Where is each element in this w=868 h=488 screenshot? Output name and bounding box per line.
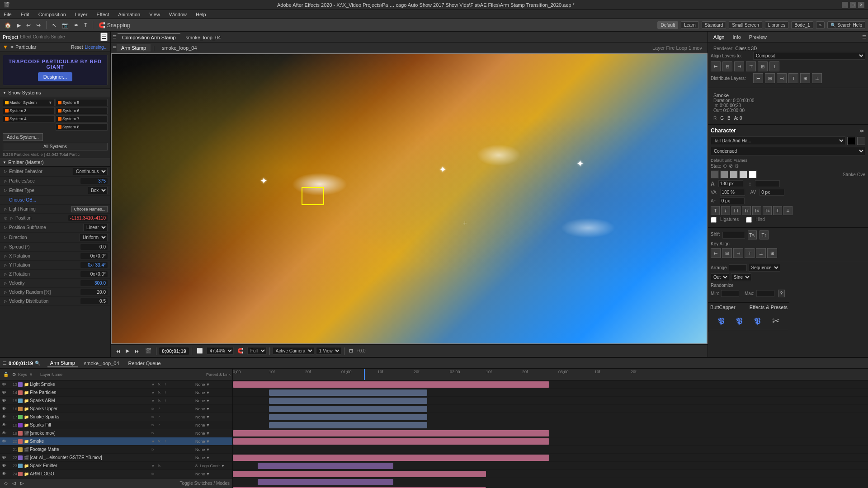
switch-fx[interactable]: fx [156, 390, 162, 395]
master-system-btn[interactable]: Master System ▼ [3, 99, 55, 106]
shift-input[interactable]: 1 [722, 232, 745, 239]
velocity-value[interactable]: 300.0 [80, 280, 108, 286]
switch-fx[interactable]: fx [156, 463, 162, 469]
radio-2[interactable]: ② [729, 164, 733, 169]
workspace-expand[interactable]: » [816, 21, 825, 29]
camera-tool[interactable]: 📷 [60, 21, 71, 29]
visibility-eye[interactable]: 👁 [1, 414, 7, 420]
visibility-eye[interactable]: 👁 [1, 381, 7, 388]
keyframe-prev[interactable]: ◁ [11, 480, 17, 486]
arrange-value[interactable]: 21 [729, 264, 747, 271]
arrange-dir-select[interactable]: Out [711, 273, 729, 281]
search-btn[interactable]: 🔍 [35, 361, 40, 366]
switch-1[interactable]: ★ [150, 398, 156, 404]
menu-animation[interactable]: Animation [116, 12, 142, 17]
menu-edit[interactable]: Edit [19, 12, 31, 17]
radio-1[interactable]: ① [723, 164, 727, 169]
region-btn[interactable]: ⬜ [195, 347, 205, 355]
menu-view[interactable]: View [147, 12, 162, 17]
minimize-btn[interactable]: _ [842, 2, 848, 8]
timeline-ruler[interactable]: 0;00 10f 20f 01;00 10f 20f 02;00 10f 20f… [233, 369, 868, 380]
bold-btn[interactable]: T [711, 206, 720, 215]
layer-row[interactable]: 👁 23 📁 Spark Emitter ★ fx 8. Logo Contr▼ [0, 462, 232, 470]
super-btn[interactable]: Ts [752, 206, 761, 215]
switch-fx[interactable]: fx [150, 414, 156, 420]
menu-help[interactable]: Help [194, 12, 208, 17]
switch-3[interactable]: / [156, 406, 162, 412]
grid-btn[interactable]: ⊞ [347, 347, 355, 355]
switch-fx[interactable]: fx [156, 439, 162, 444]
swatch-4[interactable] [739, 170, 747, 178]
switch-fx[interactable]: fx [156, 398, 162, 404]
workspace-default[interactable]: Default [657, 21, 678, 29]
x-rotation-value[interactable]: 0x+0.0° [80, 253, 108, 259]
project-tab[interactable]: Project [3, 34, 18, 40]
view-mode-select[interactable]: 1 View [316, 347, 341, 355]
play-btn[interactable]: ▶ [15, 21, 23, 29]
workspace-bode[interactable]: Bode_1 [791, 21, 813, 29]
visibility-eye[interactable]: 👁 [1, 438, 7, 445]
layer-row[interactable]: 👁 20 📁 Smoke ★ fx / None▼ [0, 437, 232, 446]
kerning-input[interactable] [760, 189, 784, 196]
choose-names-btn[interactable]: Choose Names... [71, 206, 108, 212]
dist-hcenter-btn[interactable]: ⊟ [765, 73, 775, 83]
font-size-input[interactable] [718, 180, 743, 187]
align-to-select[interactable]: Composit [753, 52, 865, 60]
dist-right-btn[interactable]: ⊣ [777, 73, 787, 83]
timeline-tab-smoke[interactable]: smoke_loop_04 [81, 360, 122, 367]
toggle-switches[interactable]: Toggle Switches / Modes [179, 481, 230, 486]
licensing-btn[interactable]: Licensing... [85, 45, 108, 50]
maximize-btn[interactable]: □ [850, 2, 856, 8]
y-rotation-value[interactable]: 0x+33.4° [80, 262, 108, 268]
min-input[interactable]: 0 [721, 290, 739, 297]
switch-3[interactable]: / [163, 439, 168, 444]
swatch-3[interactable] [730, 170, 738, 178]
switch-3[interactable]: / [163, 390, 168, 395]
pen-tool[interactable]: ✒ [72, 21, 80, 29]
quality-select[interactable]: Full [247, 347, 267, 355]
comp-tab-smoke[interactable]: smoke_loop_04 [181, 33, 226, 41]
workspace-standard[interactable]: Standard [702, 21, 726, 29]
dist-left-btn[interactable]: ⊢ [753, 73, 763, 83]
pos-subframe-select[interactable]: Linear [83, 224, 108, 231]
visibility-eye[interactable]: 👁 [1, 463, 7, 469]
visibility-eye[interactable]: 👁 [1, 430, 7, 436]
caps-btn[interactable]: TT [731, 206, 741, 215]
keyframe-next[interactable]: ▷ [19, 480, 25, 486]
text-tool[interactable]: T [82, 21, 89, 29]
menu-window[interactable]: Window [167, 12, 189, 17]
align-vcenter-btn[interactable]: ⊞ [758, 61, 768, 71]
play-stop-btn[interactable]: ▶ [124, 347, 131, 355]
switch-fx[interactable]: fx [150, 471, 156, 477]
dist-vcenter-btn[interactable]: ⊞ [800, 73, 810, 83]
search-help[interactable]: 🔍 Search Help [827, 21, 865, 29]
panel-menu-btn[interactable]: ☰ [100, 33, 108, 41]
dist-top-btn[interactable]: ⊤ [788, 73, 798, 83]
visibility-eye[interactable]: 👁 [1, 455, 7, 461]
switch-1[interactable]: ★ [150, 382, 156, 387]
visibility-eye[interactable]: 👁 [1, 471, 7, 477]
switch-fx[interactable]: fx [150, 422, 156, 428]
system3-btn[interactable]: System 3 [3, 107, 55, 114]
fx-tool-3[interactable]: 𝕻 [754, 315, 760, 326]
add-keyframe-btn[interactable]: ◇ [3, 480, 9, 486]
ka-btn-4[interactable]: ⊤ [745, 248, 755, 258]
ka-btn-5[interactable]: ⊥ [756, 248, 766, 258]
baseline-input[interactable] [720, 197, 745, 204]
preview-tab[interactable]: Preview [745, 33, 770, 41]
swatch-1[interactable] [711, 170, 719, 178]
char-menu-btn[interactable]: ≫ [858, 128, 865, 134]
emitter-section[interactable]: ▼ Emitter (Master) [0, 158, 110, 167]
snap-btn[interactable]: 🧲 Snapping [97, 21, 132, 29]
playhead[interactable] [364, 369, 365, 380]
radio-3[interactable]: ③ [735, 164, 739, 169]
view-select[interactable]: Active Camera [273, 347, 314, 355]
switch-1[interactable]: ★ [150, 390, 156, 395]
align-tab[interactable]: Align [710, 33, 728, 41]
viewer-tab-smoke[interactable]: smoke_loop_04 [157, 44, 202, 52]
viewer-menu[interactable]: ☰ [113, 45, 117, 50]
snap-toggle[interactable]: 🧲 [236, 347, 245, 355]
visibility-eye[interactable]: 👁 [1, 398, 7, 404]
workspace-learn[interactable]: Learn [681, 21, 699, 29]
visibility-eye[interactable] [1, 446, 7, 453]
